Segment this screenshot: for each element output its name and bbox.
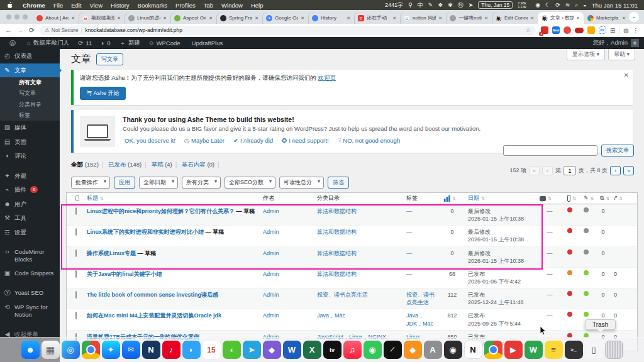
updates-menu[interactable]: ⟳ 11 [74,40,96,47]
status-filter-label[interactable]: 草稿 [151,161,163,168]
row-checkbox[interactable] [75,207,77,215]
menubar-status-item[interactable]: 2441字 [385,1,403,9]
browser-tab[interactable]: M 期权临期现 [79,12,125,24]
sidebar-item[interactable]: ▤ 页面 [0,135,60,150]
dock-notion[interactable]: N [464,341,482,359]
extension-red-circle[interactable] [564,26,571,34]
dock-finder[interactable]: ☻ [21,341,40,359]
browser-tab[interactable]: Spring Fra [216,12,262,24]
dock-chrome-beta[interactable] [484,341,502,359]
dock-music[interactable]: ♫ [343,341,362,359]
column-seo-score[interactable] [564,194,580,203]
extension-new[interactable]: New [552,26,560,34]
menubar-status-item[interactable]: ✾ [448,2,453,8]
menubar-status-item[interactable]: ✎ [428,2,433,8]
menubar-status-item[interactable]: Thu Jan 15 11:01 [592,2,638,9]
post-author-link[interactable]: Admin [259,309,313,322]
comments-menu[interactable]: ◗ 0 [96,40,114,47]
row-checkbox[interactable] [75,312,77,319]
dock-iphone-mirroring[interactable]: ▯ [585,341,603,359]
sidebar-item[interactable]: ▨ 媒体 [0,121,60,135]
dock-word[interactable]: W [283,341,301,359]
menubar-status-item[interactable]: Thu, Jan 15 [478,1,513,9]
column-comments[interactable] [536,194,564,202]
menubar-status-item[interactable]: ☾ [545,2,550,8]
tab-close-icon[interactable] [209,15,213,21]
dock-netease-music[interactable]: ♪ [162,341,180,359]
browser-tab[interactable]: History [308,12,354,24]
browser-menu-icon[interactable]: ⋮ [633,27,639,34]
column-outgoing-links[interactable]: ⤤ [610,193,637,203]
post-author-link[interactable]: Admin [259,247,313,260]
back-icon[interactable]: ← [5,26,12,34]
sidebar-item[interactable]: Ⓨ Yoast SEO [0,286,60,300]
banner-action[interactable]: ☟ NO, not good enough [338,137,401,144]
status-filter-link[interactable]: 已发布 (148) [108,161,150,168]
tab-close-icon[interactable] [301,15,304,21]
post-category-link[interactable]: 投资、读书点亮生活 [313,288,402,301]
post-category-link[interactable]: 算法和数据结构 [313,226,402,238]
extensions-puzzle-icon[interactable]: ⊞ [610,27,615,34]
tab-close-icon[interactable] [255,15,258,21]
post-tags-link[interactable]: — [402,247,440,260]
dock-wecom[interactable]: W [525,341,543,359]
post-title-link[interactable]: The little book of common sense investin… [87,292,218,298]
bookmark-star-icon[interactable]: ☆ [526,27,531,33]
post-tags-link[interactable]: — [402,205,440,217]
extension-yellow[interactable] [587,26,595,34]
dock-edge[interactable]: ◎ [62,341,80,359]
row-checkbox[interactable] [75,291,77,299]
post-title-link[interactable]: Linux系统下的实时进程和非实时进程对比小结 [87,229,204,235]
sidebar-item[interactable]: ⟲ WP Sync for Notion [0,300,60,322]
apple-logo-icon[interactable] [6,1,13,9]
tab-close-icon[interactable] [438,15,442,21]
welcome-page-link[interactable]: 欢迎页 [318,74,336,81]
menubar-menu-item[interactable]: History [111,2,130,9]
post-author-link[interactable]: Admin [259,288,313,301]
tab-close-icon[interactable] [576,15,580,21]
browser-tab[interactable]: Marketpla [584,12,630,24]
sidebar-item[interactable]: ☲ 设置 [0,226,60,240]
dock-telegram[interactable]: ➤ [243,341,261,359]
filter-control[interactable]: 可读性总分 [279,177,324,189]
filter-control[interactable]: 全部日期 [139,177,178,189]
dock-qq[interactable]: ◗ [182,341,201,359]
sidebar-item[interactable]: 标签 [0,110,60,121]
status-filter-link[interactable]: 草稿 (4) [151,161,180,168]
tab-close-icon[interactable] [484,15,488,21]
updraftplus-menu[interactable]: UpdraftPlus [185,40,228,47]
tab-close-icon[interactable] [530,15,534,21]
next-page-button[interactable]: › [610,166,621,175]
dock-safari[interactable]: ✦ [102,341,120,359]
extension-px[interactable]: PX [599,26,606,34]
menubar-status-item[interactable]: ⚲ [408,2,413,8]
column-date[interactable]: 日期 [464,193,536,203]
profile-icon[interactable]: ◍ [623,27,629,34]
search-posts-input[interactable] [503,145,597,156]
sidebar-item[interactable]: ◴ 仪表盘 [0,49,60,63]
dock-app-orange[interactable]: ◆ [404,341,422,359]
dock-wechat[interactable]: ◖ [223,341,241,359]
dock-calendar[interactable]: 15 [203,341,221,359]
dock-stocks[interactable]: ⟋ [384,341,402,359]
dock-app-purple[interactable]: ◆ [263,341,281,359]
dock-mail[interactable]: ✉ [122,341,140,359]
banner-action[interactable]: ✪ I need support! [282,137,328,144]
site-name-menu[interactable]: ⌂ 数据库敲门人 [23,39,74,47]
post-author-link[interactable]: Admin [259,268,313,280]
close-window-button[interactable] [6,14,11,19]
sidebar-item[interactable]: ⚒ 工具 [0,211,60,226]
current-page-input[interactable] [564,166,576,175]
dock-apple-tv[interactable]: tv [323,341,341,359]
menubar-status-item[interactable]: ◉ [535,2,540,8]
post-title-link[interactable]: 关于Java中的final关键字小结 [87,271,162,277]
extension-red-oval[interactable] [575,28,584,33]
extension-red[interactable]: 1 [541,26,548,34]
browser-tab[interactable]: ✦ Google Ge [262,12,308,24]
add-new-post-button[interactable]: 写文章 [96,53,123,65]
search-posts-button[interactable]: 搜索文章 [601,145,634,156]
menubar-status-item[interactable]: ❖ [438,2,443,8]
status-filter-link[interactable]: 基石内容 (0) [182,161,223,168]
menubar-status-item[interactable]: 中 [418,1,423,9]
last-page-button[interactable]: » [623,166,634,175]
